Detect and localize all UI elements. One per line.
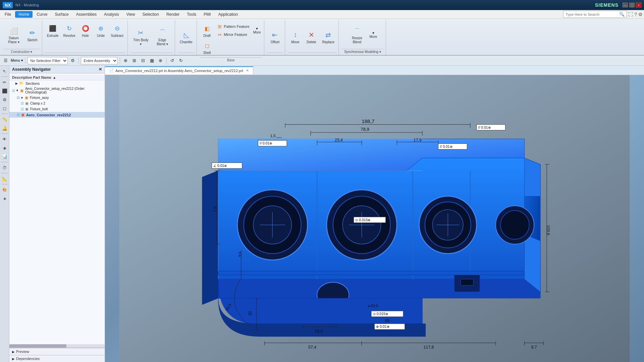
svg-marker-6 [525,158,541,196]
move-button[interactable]: ↕ Move [288,28,303,45]
features-label [45,53,125,54]
nav-scrollbar[interactable] [9,344,105,348]
mirror-feature-button[interactable]: ⇔ Mirror Feature [215,31,251,38]
undo-icon[interactable]: ↺ [169,57,176,64]
viewport-tab-close[interactable]: ✕ [246,68,249,73]
menu-file[interactable]: File [1,11,14,18]
nav-item-fixture-assy[interactable]: ☑ ▼ ▣ Fixture_assy [9,95,105,101]
sort-icon[interactable]: ▲ [53,75,56,79]
file-icon: 📄 [109,68,114,73]
revolve-button[interactable]: ↻ Revolve [61,22,77,39]
nav-item-aero-setup[interactable]: ☑ ▼ ▣ Aero_Connector_setup_rev2212 (Orde… [9,86,105,95]
redo-icon[interactable]: ↻ [177,57,185,64]
edge-blend-icon: ⌒ [157,27,168,38]
close-button[interactable]: ✕ [636,3,641,7]
assembly-filter-select[interactable]: Entire Assembly [81,57,118,64]
view-tool-btn[interactable]: 👁 [1,135,9,143]
resize-blend-button[interactable]: ⌒ Resize Blend [347,24,368,45]
menu-assemblies[interactable]: Assemblies [73,11,100,18]
draft-button[interactable]: ◧ Draft [200,22,214,39]
minimize-button[interactable]: — [623,3,628,7]
expand-icon2: ▼ [16,89,19,92]
render-tool-btn[interactable]: ◈ [1,144,9,152]
construction-label: Construction ▾ [3,49,40,54]
pattern-feature-button[interactable]: ⊞ Pattern Feature [215,23,251,30]
nav-preview-section[interactable]: ▶ Preview [9,348,105,355]
measure-tool-btn[interactable]: 📏 [1,115,9,123]
sketch-tool-btn[interactable]: ✏ [1,78,9,86]
material-tool-btn[interactable]: ◈ [1,194,9,202]
feature-tool-btn[interactable]: ⬛ [1,87,9,95]
hole-icon: ⭕ [80,23,91,34]
menu-pmi[interactable]: PMI [200,11,214,18]
toolbar-sep4 [166,58,167,64]
pmi-tool-btn[interactable]: 📐 [1,175,9,183]
selection-tool-btn[interactable]: ↖ [1,67,9,75]
extrude-button[interactable]: ⬛ Extrude [45,22,60,39]
shell-button[interactable]: ◻ Shell [200,39,214,56]
replace-button[interactable]: ⇄ Replace [320,28,336,45]
viewport-tab-bar: 📄 Aero_Connector_rev2212.prt in Assembly… [105,66,644,75]
maximize-button[interactable]: ☐ [629,3,635,7]
selection-filter-select[interactable]: No Selection Filter [28,57,68,64]
search-input[interactable] [566,12,619,16]
note-tool-btn[interactable]: 🔔 [1,124,9,132]
bolt-icon: ▣ [25,107,29,111]
surface-tool-btn[interactable]: ◻ [1,104,9,112]
filter-icon[interactable]: ⊞ [131,57,138,64]
help-icon[interactable]: ? [634,12,637,17]
viewport-tab-active[interactable]: 📄 Aero_Connector_rev2212.prt in Assembly… [105,66,253,74]
assembly-tool-btn[interactable]: ⚙ [1,96,9,104]
grid-icon[interactable]: ⊟ [140,57,147,64]
sketch-icon: ✏ [27,27,38,38]
menu-render[interactable]: Render [163,11,183,18]
nav-aero-setup-label: Aero_Connector_setup_rev2212 (Order: Chr… [25,87,102,94]
color-tool-btn[interactable]: 🎨 [1,186,9,194]
delete-button[interactable]: ✕ Delete [304,28,319,45]
base-more-button[interactable]: ▼ More [252,26,262,35]
timeline-tool-btn[interactable]: ⏱ [1,164,9,172]
model-canvas[interactable]: 188,7 78,9 1,5 // 0.01⊕ 23,4 [105,75,644,362]
menu-home[interactable]: Home [15,11,33,18]
ribbon-group-synchronous: ⌒ Resize Blend ▼ More Synchronous Modeli… [339,20,386,55]
nav-item-sections[interactable]: ▶ 📁 Sections [9,80,105,86]
chamfer-button[interactable]: ◺ Chamfer [178,28,195,45]
assembly-icon: ▣ [20,88,23,93]
delete-icon: ✕ [306,29,317,40]
nav-item-fixture-bolt[interactable]: ☑ ▣ Fixture_bolt [9,106,105,112]
sync-more-button[interactable]: ▼ More [368,30,379,40]
menu-btn[interactable]: ☰ [2,57,9,64]
filter-settings-icon[interactable]: ⚙ [69,57,76,64]
view-icon[interactable]: ▦ [148,57,156,64]
menu-text[interactable]: Menu ▾ [11,58,23,63]
svg-text:17,9: 17,9 [414,138,422,142]
ribbon-group-trim: ✂ Trim Body ▾ ⌒ Edge Blend ▾ [128,20,175,55]
sketch-button[interactable]: ✏ Sketch [25,26,40,43]
draft-icon: ◧ [202,23,212,34]
trim-body-button[interactable]: ✂ Trim Body ▾ [130,26,151,47]
menu-analysis[interactable]: Analysis [101,11,122,18]
more-icon[interactable]: ⊕ [157,57,164,64]
nav-item-aero-connector[interactable]: ☑ ▣ Aero_Connector_rev2212 [9,112,105,118]
menu-application[interactable]: Application [215,11,241,18]
edge-blend-button[interactable]: ⌒ Edge Blend ▾ [152,26,173,47]
menu-selection[interactable]: Selection [139,11,162,18]
subtract-button[interactable]: ⊖ Subtract [109,22,125,39]
base-label: Base [200,57,262,63]
expand-icon[interactable]: ⛶ [628,12,633,17]
offset-button[interactable]: ⇤ Offset [268,28,282,45]
snap-icon[interactable]: ⊕ [122,57,129,64]
fixture-icon: ▣ [25,96,28,100]
menu-tools[interactable]: Tools [183,11,200,18]
nav-item-clamp[interactable]: ☑ ▣ Clamp x 2 [9,101,105,106]
menu-curve[interactable]: Curve [33,11,51,18]
nav-dependencies-section[interactable]: ▶ Dependencies [9,355,105,362]
unite-button[interactable]: ⊕ Unite [94,22,108,39]
analysis-tool-btn[interactable]: 📊 [1,153,9,161]
menu-view[interactable]: View [123,11,139,18]
settings-icon[interactable]: ⚙ [638,12,643,17]
menu-surface[interactable]: Surface [51,11,72,18]
hole-button[interactable]: ⭕ Hole [78,22,93,39]
navigator-close-btn[interactable]: ✕ [99,67,102,72]
datum-plane-button[interactable]: ⬜ Datum Plane ▾ [3,24,24,45]
